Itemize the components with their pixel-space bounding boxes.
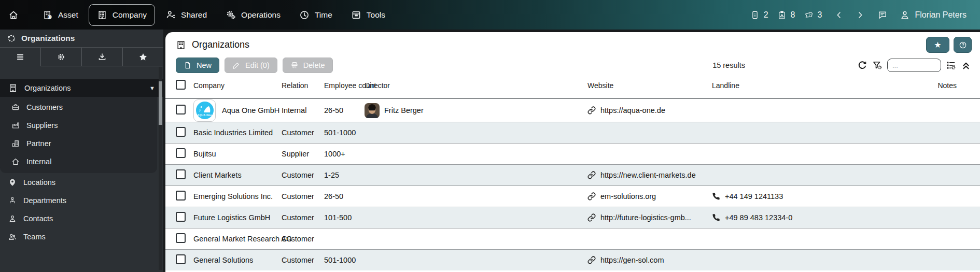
table-row[interactable]: AQUA One Aqua One GmbH Internal 26-50 Fr…: [165, 98, 980, 122]
briefcase-icon: [11, 103, 20, 111]
sidebar-toolbar: [0, 48, 163, 66]
refresh-icon[interactable]: [857, 60, 867, 70]
row-checkbox[interactable]: [176, 254, 186, 264]
new-button[interactable]: New: [176, 58, 219, 73]
header-website[interactable]: Website: [587, 81, 712, 90]
ticket-icon: [804, 10, 814, 20]
website-cell[interactable]: em-solutions.org: [587, 192, 712, 201]
sidebar-list-view-button[interactable]: [0, 48, 40, 66]
sidebar-item-locations[interactable]: Locations: [0, 173, 163, 191]
table-row[interactable]: Future Logistics GmbH Customer 101-500 h…: [165, 207, 980, 228]
row-checkbox[interactable]: [176, 212, 186, 222]
navigate-forward-button[interactable]: [856, 11, 864, 19]
user-name: Florian Peters: [915, 10, 967, 20]
header-company[interactable]: Company: [193, 81, 282, 90]
tickets-badge[interactable]: 3: [804, 10, 822, 20]
panel-header: Organizations: [165, 32, 980, 50]
row-checkbox[interactable]: [176, 105, 186, 114]
sidebar-header: Organizations: [0, 30, 163, 48]
sidebar-favorites-button[interactable]: [122, 48, 163, 66]
navigate-back-button[interactable]: [835, 11, 843, 19]
sidebar-item-partner[interactable]: Partner: [0, 134, 157, 152]
company-name: Bujitsu: [193, 150, 216, 158]
search-input[interactable]: [887, 59, 941, 72]
column-settings-icon[interactable]: [946, 60, 956, 70]
relation-cell: Customer: [282, 171, 324, 179]
sidebar-scrollbar-thumb[interactable]: [159, 81, 162, 125]
table-row[interactable]: Bujitsu Supplier 1000+: [165, 143, 980, 164]
tab-company[interactable]: Company: [89, 4, 155, 26]
organizations-submenu: Customers Suppliers Partner Internal: [0, 97, 157, 173]
website-cell[interactable]: https://gen-sol.com: [587, 256, 712, 264]
table-row[interactable]: Basic Industries Limited Customer 501-10…: [165, 122, 980, 143]
sidebar-export-button[interactable]: [81, 48, 122, 66]
sidebar-item-departments[interactable]: Departments: [0, 191, 163, 209]
asset-icon: $: [43, 10, 53, 20]
sidebar-settings-button[interactable]: [40, 48, 81, 66]
table-row[interactable]: General Solutions Customer 501-1000 http…: [165, 249, 980, 270]
delete-button[interactable]: Delete: [283, 58, 333, 73]
messages-button[interactable]: [877, 10, 888, 20]
website-link: https://new.client-markets.de: [600, 171, 696, 179]
collapse-icon[interactable]: [961, 60, 971, 70]
info-count: 2: [764, 10, 768, 20]
tab-time[interactable]: Time: [291, 4, 341, 26]
director-name: Fritz Berger: [384, 106, 424, 114]
link-icon: [587, 106, 596, 114]
new-document-icon: [184, 61, 192, 69]
team-icon: [8, 233, 17, 241]
row-checkbox[interactable]: [176, 127, 186, 137]
header-notes[interactable]: Notes: [805, 81, 957, 90]
row-checkbox[interactable]: [176, 169, 186, 179]
top-bar-status-area: 2 8 3 Florian Peters: [746, 10, 980, 20]
company-logo: AQUA One: [193, 99, 216, 122]
edit-button[interactable]: Edit (0): [225, 58, 277, 73]
website-cell[interactable]: https://new.client-markets.de: [587, 171, 712, 179]
tab-label: Asset: [58, 10, 78, 20]
user-menu[interactable]: Florian Peters: [900, 10, 967, 20]
employee-count-cell: 501-1000: [324, 256, 365, 264]
help-button[interactable]: [954, 37, 972, 53]
select-all-checkbox[interactable]: [176, 80, 186, 90]
sidebar-item-contacts[interactable]: Contacts: [0, 209, 163, 227]
header-relation[interactable]: Relation: [282, 81, 324, 90]
row-checkbox[interactable]: [176, 233, 186, 243]
sidebar-item-suppliers[interactable]: Suppliers: [0, 116, 157, 134]
sidebar-item-customers[interactable]: Customers: [0, 98, 157, 116]
sidebar-item-organizations[interactable]: Organizations ▼: [0, 79, 163, 97]
chat-icon: [877, 10, 888, 20]
sidebar-item-internal[interactable]: Internal: [0, 152, 157, 170]
table-row[interactable]: Emerging Solutions Inc. Customer 26-50 e…: [165, 185, 980, 207]
relation-cell: Internal: [282, 106, 324, 114]
download-icon: [97, 52, 107, 62]
row-checkbox[interactable]: [176, 191, 186, 201]
company-name: General Solutions: [193, 256, 253, 264]
info-badge[interactable]: 2: [750, 10, 768, 20]
link-icon: [587, 171, 596, 179]
table-row[interactable]: Client Markets Customer 1-25 https://new…: [165, 164, 980, 185]
company-name: General Market Research AG: [193, 235, 292, 243]
table-row[interactable]: General Market Research AG Customer: [165, 228, 980, 249]
row-checkbox[interactable]: [176, 148, 186, 158]
home-button[interactable]: [8, 10, 19, 20]
main-menu: $ Asset Company Shared Operations Time T…: [0, 4, 394, 26]
department-icon: [8, 196, 17, 205]
home-icon: [8, 10, 19, 20]
favorite-button[interactable]: ★: [926, 37, 949, 53]
website-cell[interactable]: https://aqua-one.de: [587, 106, 712, 114]
star-icon: ★: [934, 40, 941, 50]
tab-asset[interactable]: $ Asset: [34, 4, 87, 26]
website-cell[interactable]: http://future-logistics-gmb...: [587, 213, 712, 222]
tab-shared[interactable]: Shared: [157, 4, 215, 26]
organizations-panel: Organizations ★ New Edit (0) Delete: [165, 32, 980, 272]
tab-operations[interactable]: Operations: [217, 4, 289, 26]
filter-icon[interactable]: [872, 60, 883, 70]
sidebar-item-teams[interactable]: Teams: [0, 227, 163, 246]
phone-icon: [712, 213, 720, 222]
building-icon: [8, 83, 18, 93]
tab-tools[interactable]: Tools: [343, 4, 394, 26]
tasks-badge[interactable]: 8: [777, 10, 795, 20]
header-director[interactable]: Director: [365, 81, 587, 90]
header-landline[interactable]: Landline: [712, 81, 805, 90]
header-employee-count[interactable]: Employee count: [324, 81, 365, 90]
